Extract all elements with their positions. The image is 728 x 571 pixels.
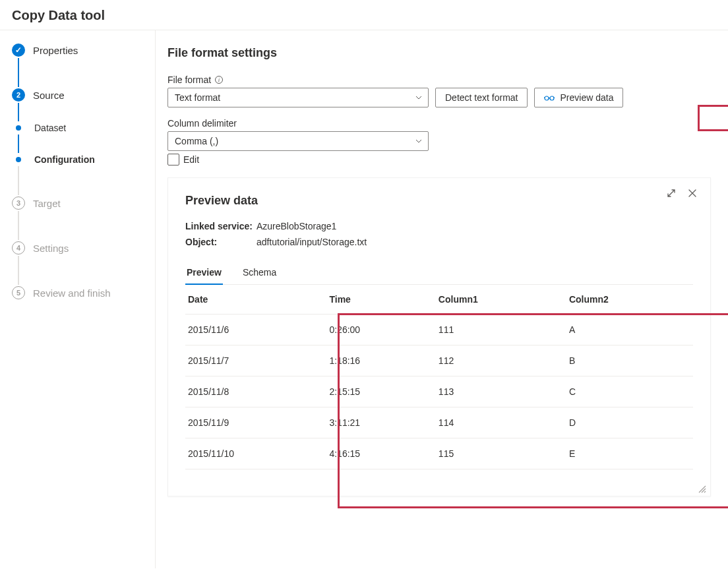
tab-schema[interactable]: Schema [241,262,278,284]
close-icon[interactable] [686,187,698,202]
table-cell: 111 [432,315,562,346]
dot-icon [16,125,21,131]
info-icon[interactable] [215,76,223,84]
step-number-icon: 4 [12,241,25,255]
table-cell: 113 [432,376,562,407]
file-format-select[interactable]: Text format [167,88,429,107]
wizard-sidebar: Properties 2 Source Dataset Configuratio… [0,30,155,568]
table-cell: B [562,346,693,376]
table-row: 2015/11/104:16:15115E [185,438,693,469]
step-label: Target [33,198,61,209]
table-cell: E [562,438,693,469]
preview-tabs: Preview Schema [185,262,693,285]
step-connector [18,211,19,240]
table-cell: 112 [432,346,562,376]
table-cell: 4:16:15 [322,438,431,469]
col-delimiter-label: Column delimiter [167,118,711,129]
table-row: 2015/11/82:15:15113C [185,376,693,407]
glasses-icon [544,94,555,101]
table-cell: 3:11:21 [322,407,431,438]
object-row: Object: adftutorial/input/Storage.txt [185,237,693,247]
svg-point-0 [545,96,549,100]
step-label: Source [33,90,65,101]
edit-checkbox[interactable] [167,154,179,165]
preview-panel: Preview data Linked service: AzureBlobSt… [167,177,711,496]
table-row: 2015/11/93:11:21114D [185,407,693,438]
dot-icon [16,157,21,162]
preview-table: Date Time Column1 Column2 2015/11/60:26:… [185,285,693,469]
expand-icon[interactable] [665,187,677,202]
step-connector [18,58,19,87]
table-row: 2015/11/71:18:16112B [185,346,693,376]
substep-label: Configuration [34,154,95,165]
step-number-icon: 5 [12,286,25,299]
substep-label: Dataset [34,123,66,133]
svg-point-1 [550,96,554,100]
preview-title: Preview data [185,194,693,208]
table-cell: D [562,407,693,438]
col-header: Column2 [562,285,693,315]
table-cell: C [562,376,693,407]
step-settings[interactable]: 4 Settings [12,240,148,256]
col-header: Time [322,285,431,315]
step-connector [18,103,19,121]
table-row: 2015/11/60:26:00111A [185,315,693,346]
preview-data-button[interactable]: Preview data [534,88,623,107]
detect-text-format-button[interactable]: Detect text format [435,88,528,107]
page-title: Copy Data tool [12,8,716,23]
step-connector [18,135,19,153]
step-label: Review and finish [33,287,111,299]
resize-handle-icon[interactable] [697,484,706,493]
table-cell: 1:18:16 [322,346,431,376]
table-cell: 114 [432,407,562,438]
table-cell: 2015/11/6 [185,315,322,346]
check-icon [12,44,25,57]
main-content: File format settings File format Text fo… [155,30,728,568]
table-cell: 2015/11/9 [185,407,322,438]
substep-configuration[interactable]: Configuration [12,153,148,166]
step-connector [18,256,19,285]
file-format-label: File format [167,75,711,85]
edit-checkbox-label: Edit [183,154,199,165]
table-cell: 2015/11/7 [185,346,322,376]
step-connector [18,166,19,195]
tab-preview[interactable]: Preview [185,262,223,284]
step-number-icon: 2 [12,88,25,102]
step-source[interactable]: 2 Source [12,87,148,103]
table-cell: A [562,315,693,346]
step-target[interactable]: 3 Target [12,195,148,211]
col-header: Column1 [432,285,562,315]
table-cell: 2015/11/10 [185,438,322,469]
step-number-icon: 3 [12,196,25,210]
page-header: Copy Data tool [0,0,728,30]
step-properties[interactable]: Properties [12,42,148,58]
table-cell: 2:15:15 [322,376,431,407]
table-cell: 115 [432,438,562,469]
col-delimiter-select[interactable]: Comma (,) [167,131,429,151]
step-review[interactable]: 5 Review and finish [12,285,148,301]
section-title: File format settings [167,46,711,60]
table-cell: 0:26:00 [322,315,431,346]
step-label: Properties [33,45,78,56]
table-cell: 2015/11/8 [185,376,322,407]
col-header: Date [185,285,322,315]
linked-service-row: Linked service: AzureBlobStorage1 [185,221,693,231]
step-label: Settings [33,243,69,254]
table-header-row: Date Time Column1 Column2 [185,285,693,315]
substep-dataset[interactable]: Dataset [12,121,148,135]
